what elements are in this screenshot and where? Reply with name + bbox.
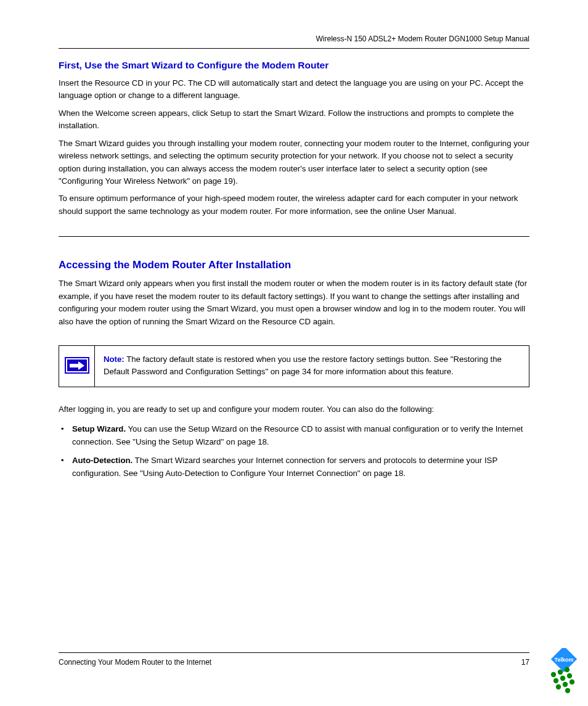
note-text: The factory default state is restored wh… <box>104 355 502 376</box>
footer-rule <box>59 652 529 653</box>
footer-row: Connecting Your Modem Router to the Inte… <box>59 658 529 667</box>
section-heading-2: Accessing the Modem Router After Install… <box>59 259 529 271</box>
footer-left: Connecting Your Modem Router to the Inte… <box>59 658 211 667</box>
doc-title-line-1: Wireless-N 150 ADSL2+ Modem Router DGN10… <box>59 34 529 44</box>
footer-page-number: 17 <box>521 658 529 667</box>
svg-point-6 <box>567 673 572 678</box>
section-1-p3: When the Welcome screen appears, click S… <box>59 107 529 133</box>
svg-point-7 <box>556 684 561 689</box>
svg-point-2 <box>558 670 563 675</box>
logo-text: Telkom <box>555 657 574 663</box>
bullet-title-1: Auto-Detection. <box>72 456 133 465</box>
bullet-title-0: Setup Wizard. <box>72 424 126 433</box>
list-item: Auto-Detection. The Smart Wizard searche… <box>59 454 529 480</box>
svg-point-8 <box>563 682 568 687</box>
svg-point-5 <box>560 676 565 681</box>
section-smart-wizard: First, Use the Smart Wizard to Configure… <box>59 60 529 218</box>
note-arrow-icon <box>65 357 89 374</box>
section-1-p5: To ensure optimum performance of your hi… <box>59 192 529 218</box>
section-divider-1 <box>59 236 529 237</box>
header-rule <box>59 48 529 49</box>
arrow-right-icon <box>68 361 86 371</box>
bullet-text-0: You can use the Setup Wizard on the Reso… <box>72 424 523 446</box>
svg-point-1 <box>551 672 556 677</box>
svg-point-4 <box>553 678 558 683</box>
list-item: Setup Wizard. You can use the Setup Wiza… <box>59 423 529 448</box>
telkom-logo-icon: Telkom <box>540 648 588 696</box>
document-header: Wireless-N 150 ADSL2+ Modem Router DGN10… <box>59 34 529 44</box>
bullet-text-1: The Smart Wizard searches your Internet … <box>72 456 497 477</box>
section-1-p1: Insert the Resource CD in your PC. The C… <box>59 77 529 102</box>
bullet-list: Setup Wizard. You can use the Setup Wiza… <box>59 423 529 480</box>
page-footer: Connecting Your Modem Router to the Inte… <box>59 647 529 667</box>
page-content: Wireless-N 150 ADSL2+ Modem Router DGN10… <box>59 34 529 486</box>
svg-point-9 <box>570 679 574 684</box>
section-1-p4: The Smart Wizard guides you through inst… <box>59 138 529 188</box>
telkom-logo: Telkom <box>540 648 588 699</box>
svg-point-10 <box>565 688 570 693</box>
fields-intro: After logging in, you are ready to set u… <box>59 403 529 416</box>
section-heading-1: First, Use the Smart Wizard to Configure… <box>59 60 529 71</box>
note-box: Note: The factory default state is resto… <box>59 345 529 387</box>
section-2-p1: The Smart Wizard only appears when you f… <box>59 277 529 328</box>
section-accessing: Accessing the Modem Router After Install… <box>59 259 529 480</box>
svg-point-3 <box>565 667 570 672</box>
note-content: Note: The factory default state is resto… <box>95 346 529 387</box>
note-icon-cell <box>59 346 95 387</box>
note-label: Note: <box>104 355 125 364</box>
